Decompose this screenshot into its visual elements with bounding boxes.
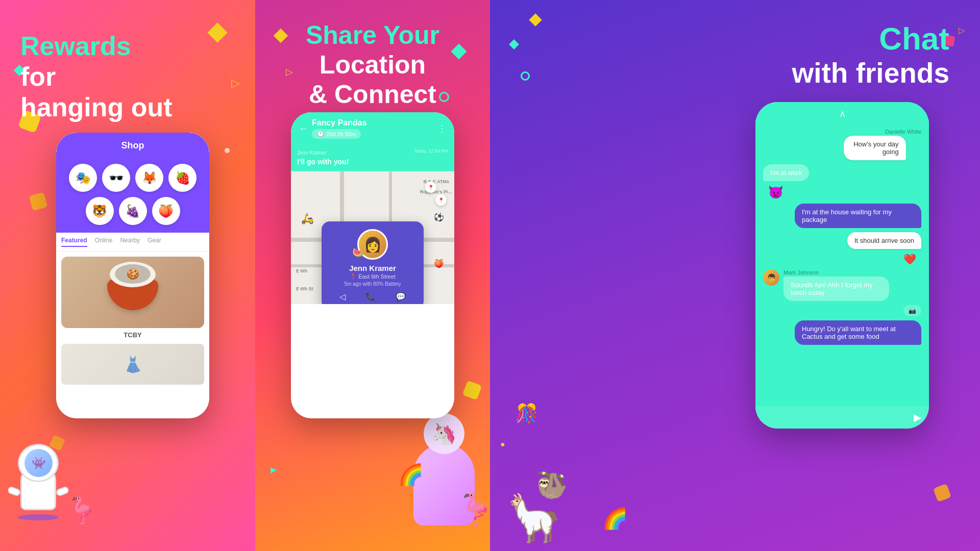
send-icon[interactable]: ▶ <box>914 411 921 423</box>
panel2-title-connect: & Connect <box>306 80 439 109</box>
deco-p3-1 <box>529 13 542 26</box>
camera-icon: 📷 <box>909 307 916 314</box>
phone3-bottom-bar: ▶ <box>755 406 929 429</box>
food-image: 🍪 <box>61 257 204 328</box>
sender-danielle: Danielle White <box>844 129 921 135</box>
avatar-3: 🦊 <box>135 164 163 192</box>
clock-icon: 🕐 <box>317 131 324 137</box>
tab-nearby[interactable]: Nearby <box>120 237 140 247</box>
user-card-address: 📍 East 6th Street <box>329 273 416 280</box>
tab-online[interactable]: Online <box>95 237 113 247</box>
panel2-title-share: Share Your <box>306 21 439 49</box>
astronaut-character: 👾 <box>10 444 66 510</box>
avatar-grid: 🎭 🕶️ 🦊 🍓 🐯 🍇 🍑 <box>56 156 209 233</box>
map-label-e6th: E 6th <box>296 268 307 273</box>
tab-gear[interactable]: Gear <box>148 237 161 247</box>
heart-emoji: ❤️ <box>903 253 916 265</box>
deco-p2-tri2: ▶ <box>271 465 277 474</box>
phone1-content: 🍪 TCBY 👗 <box>56 252 209 390</box>
navigate-icon[interactable]: ◁ <box>339 292 346 302</box>
ball-icon: ⚽ <box>434 212 444 222</box>
panel3-chat: ▷ ● Chat with friends ∧ Danielle White H… <box>490 0 980 551</box>
map-pin-1: 📍 <box>425 182 436 193</box>
panel3-title-chat: Chat <box>879 21 949 56</box>
panel2-title: Share Your Location & Connect <box>306 20 439 109</box>
phone3-mockup: ∧ Danielle White How's your day going I'… <box>755 102 929 429</box>
deco-p3-sq2 <box>933 484 951 502</box>
avatar-5: 🐯 <box>86 197 114 225</box>
chat-block-1: Danielle White How's your day going <box>844 129 921 160</box>
chat-icon[interactable]: 💬 <box>396 292 406 302</box>
panel3-title: Chat with friends <box>792 20 949 89</box>
phone1-header: Shop <box>56 133 209 156</box>
user-location-card: 👩 Jenn Kramer 📍 East 6th Street 5m ago w… <box>322 221 424 304</box>
deco-p2-2 <box>451 43 467 59</box>
deco-dot-1 <box>225 148 230 153</box>
chat-on-map: Jenn Kramer Today, 12:54 PM I'll go with… <box>291 145 454 171</box>
deco-p3-tri1: ▷ <box>959 26 965 35</box>
panel1-rewards: ▷ Rewards for hanging out Shop 🎭 🕶️ 🦊 🍓 … <box>0 0 255 551</box>
phone-icon[interactable]: 📞 <box>365 292 376 302</box>
avatar-6: 🍇 <box>119 197 147 225</box>
chat-message: I'll go with you! <box>297 158 448 166</box>
panel2-title-location: Location <box>306 50 439 80</box>
panel1-title-for: for <box>20 61 172 92</box>
mark-avatar: 👦 <box>763 269 779 286</box>
phone2-header: ← Fancy Pandas 🕐 20d 2h 55m ⋮ <box>291 112 454 145</box>
phone3-topbar: ∧ <box>755 102 929 123</box>
avatar-4: 🍓 <box>168 164 197 192</box>
msg-imatwork: I'm at work <box>763 164 809 181</box>
deco-p2-1 <box>274 29 288 43</box>
phone1-tabs: Featured Online Nearby Gear <box>56 233 209 252</box>
chat-time: Today, 12:54 PM <box>414 148 448 154</box>
panel1-title-rewards: Rewards <box>20 31 172 61</box>
deco-triangle-1: ▷ <box>231 77 240 90</box>
sender-mark: Mark Johnson <box>783 269 916 276</box>
chat-block-mark: 👦 Mark Johnson Sounds fun! Ahh I forgot … <box>763 269 921 301</box>
more-options-icon[interactable]: ⋮ <box>437 123 447 134</box>
msg-arrive-soon: It should arrive soon <box>847 232 921 249</box>
panel3-title-friends: with friends <box>792 57 949 89</box>
user-card-name: Jenn Kramer <box>329 264 416 272</box>
deco-p2-circle <box>439 92 449 102</box>
timer-text: 20d 2h 55m <box>326 131 356 137</box>
msg-howsyourday: How's your day going <box>844 136 906 160</box>
map-label-roppolo: Roppolo's Pi... <box>420 189 452 194</box>
group-name: Fancy Pandas <box>312 118 437 128</box>
camera-area: 📷 <box>903 305 921 316</box>
emoji-devil: 👿 <box>768 185 783 199</box>
msg-house: I'm at the house waiting for my package <box>795 204 921 228</box>
avatar-2: 🕶️ <box>102 164 130 192</box>
avatar-7: 🍑 <box>152 197 180 225</box>
deco-p3-2 <box>509 39 519 49</box>
deco-p2-tri: ▷ <box>286 66 293 78</box>
avatar-1: 🎭 <box>69 164 97 192</box>
map-area: B & C ATMs Roppolo's Pi... E 6th E 6th S… <box>291 171 454 304</box>
deco-p3-dot: ● <box>500 440 505 449</box>
sloth-illustration: 🦙 🦥 🌈 🎊 <box>505 398 628 541</box>
food-label: TCBY <box>61 331 204 339</box>
panel2-location: ▷ ▶ Share Your Location & Connect ← Fanc… <box>255 0 490 551</box>
watermelon-icon: 🍉 <box>352 247 363 258</box>
panel1-title-hangingout: hanging out <box>20 92 172 122</box>
map-label-e6thst: E 6th St <box>296 286 313 291</box>
user-card-actions: ◁ 📞 💬 <box>329 292 416 302</box>
user-card-battery: 5m ago with 80% Battery <box>329 281 416 287</box>
deco-diamond-1 <box>207 22 228 43</box>
panel1-title: Rewards for hanging out <box>20 31 172 122</box>
tab-featured[interactable]: Featured <box>61 237 87 247</box>
phone1-mockup: Shop 🎭 🕶️ 🦊 🍓 🐯 🍇 🍑 Featured Online Near… <box>56 133 209 418</box>
pink-character: 🦩 <box>66 496 98 525</box>
peach-icon: 🍑 <box>434 259 444 268</box>
chat-messages-area: Danielle White How's your day going I'm … <box>755 123 929 406</box>
phone2-mockup: ← Fancy Pandas 🕐 20d 2h 55m ⋮ Jenn Krame… <box>291 112 454 418</box>
deco-square-2 <box>29 192 48 211</box>
map-pin-2: 📍 <box>435 194 447 206</box>
chevron-up-icon: ∧ <box>839 108 846 119</box>
back-arrow-icon[interactable]: ← <box>299 123 308 134</box>
scooter-icon: 🛵 <box>301 212 314 224</box>
deco-p3-circle <box>521 71 530 81</box>
msg-lunch: Sounds fun! Ahh I forgot my lunch today <box>783 277 889 301</box>
shop-label: Shop <box>121 140 144 151</box>
location-pin-icon: 📍 <box>350 273 357 280</box>
